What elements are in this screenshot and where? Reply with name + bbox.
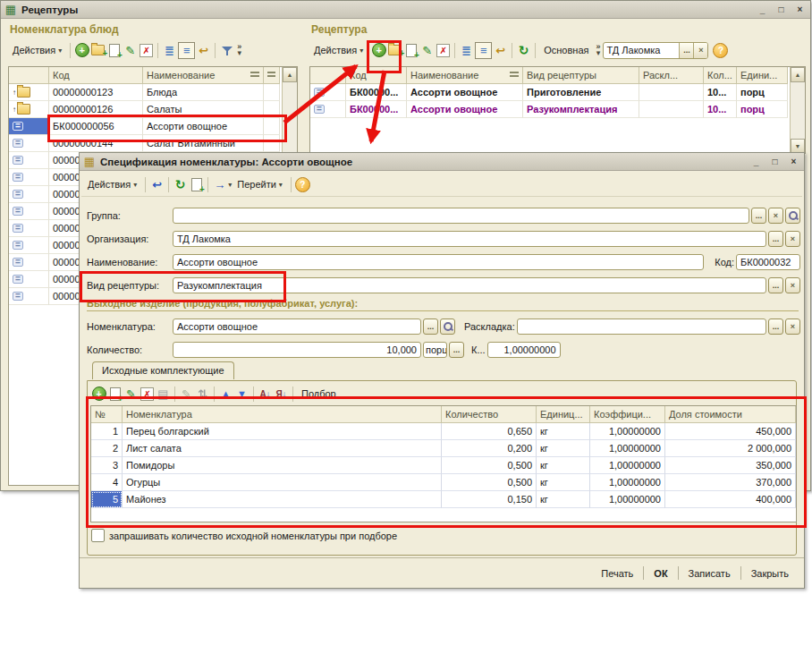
recipe-add-group-button[interactable]: + <box>387 43 402 58</box>
dishes-col-code[interactable]: Код <box>49 67 143 84</box>
cell-n[interactable]: 3 <box>91 457 123 474</box>
delete-button[interactable]: ✗ <box>139 43 154 58</box>
comp-col-qty[interactable]: Количество <box>442 406 537 423</box>
move-down-button[interactable]: ▼ <box>234 386 250 402</box>
minimize-button[interactable]: _ <box>756 4 769 15</box>
cell-qty[interactable]: 0,150 <box>442 491 537 508</box>
cell-qty[interactable]: 0,500 <box>442 457 537 474</box>
recipe-refresh-button[interactable]: ↻ <box>516 43 531 58</box>
recipe-list-view-button[interactable]: ≡ <box>475 42 492 59</box>
list-view-button[interactable]: ≡ <box>178 42 195 59</box>
nomenclature-select-button[interactable]: ... <box>423 319 438 335</box>
organization-select-button[interactable]: ... <box>768 231 783 247</box>
dialog-refresh-button[interactable]: ↻ <box>173 177 188 192</box>
maximize-button[interactable]: □ <box>774 4 788 15</box>
cancel-editing-button[interactable]: ✎ <box>179 386 194 402</box>
recipe-toolbar-overflow-button[interactable]: »▾ <box>594 44 602 56</box>
cell-name[interactable]: Ассорти овощное <box>407 101 523 118</box>
cell-coef[interactable]: 1,00000000 <box>590 474 665 491</box>
row-selector-cell[interactable]: = <box>9 135 49 152</box>
layout-field[interactable] <box>517 319 766 335</box>
unit-field[interactable]: порц <box>423 342 447 358</box>
filter-button[interactable] <box>219 43 234 58</box>
dialog-help-button[interactable]: ? <box>295 177 310 192</box>
cell-name[interactable]: Перец болгарский <box>123 423 442 440</box>
cell-name[interactable]: Ассорти овощное <box>143 118 264 135</box>
main-recipe-button[interactable]: Основная <box>539 39 593 61</box>
group-open-button[interactable] <box>785 208 800 224</box>
cell-code[interactable]: 00000000144 <box>49 135 143 152</box>
cell-n[interactable]: 5 <box>91 491 123 508</box>
cell-share[interactable]: 450,000 <box>665 423 796 440</box>
scroll-up-button[interactable]: ▲ <box>283 67 297 82</box>
cell-code[interactable]: БК00000... <box>346 84 407 101</box>
goto-button[interactable]: Перейти ▾ <box>233 174 287 195</box>
comp-col-coef[interactable]: Коэффици... <box>590 406 665 423</box>
table-row[interactable]: 2Лист салата0,200кг1,000000002 000,000 <box>91 440 796 457</box>
tree-view-button[interactable]: ≣ <box>162 43 177 58</box>
recipe-col-qty[interactable]: Кол... <box>704 67 737 84</box>
reread-button[interactable]: ↩ <box>149 177 165 192</box>
comp-col-name[interactable]: Номенклатура <box>123 406 442 423</box>
finish-editing-button[interactable]: ▤ <box>156 386 171 402</box>
recipes-titlebar[interactable]: ▦ Рецептуры _ □ × <box>1 1 810 19</box>
help-button[interactable]: ? <box>713 43 728 58</box>
cell-coef[interactable]: 1,00000000 <box>590 423 665 440</box>
row-selector-cell[interactable]: = <box>9 271 49 288</box>
recipe-type-clear-button[interactable]: × <box>785 277 800 293</box>
close-button[interactable]: × <box>787 156 800 167</box>
pick-button[interactable]: Подбор <box>297 383 341 404</box>
write-button[interactable]: Записать <box>681 565 739 582</box>
maximize-button[interactable]: □ <box>768 156 782 167</box>
cell-qty[interactable]: 10... <box>704 84 737 101</box>
cell-code[interactable]: БК00000... <box>346 101 407 118</box>
recipe-type-select-button[interactable]: ... <box>768 277 783 293</box>
recipe-tree-view-button[interactable]: ≣ <box>459 43 474 58</box>
cell-share[interactable]: 370,000 <box>665 474 796 491</box>
cell-name[interactable]: Помидоры <box>123 457 442 474</box>
cell-coef[interactable]: 1,00000000 <box>590 457 665 474</box>
clear-button[interactable]: × <box>693 43 707 58</box>
add-button[interactable]: + <box>74 43 89 58</box>
row-selector-cell[interactable]: ↑ <box>9 84 49 101</box>
comp-delete-button[interactable]: ✗ <box>140 386 155 402</box>
row-selector-cell[interactable]: = <box>9 169 49 186</box>
group-select-button[interactable]: ... <box>751 208 766 224</box>
cell-unit[interactable]: кг <box>537 440 590 457</box>
cell-qty[interactable]: 0,200 <box>442 440 537 457</box>
minimize-button[interactable]: _ <box>749 156 763 167</box>
recipe-undo-level-button[interactable]: ↩ <box>493 43 508 58</box>
tab-components[interactable]: Исходные комплектующие <box>92 361 234 379</box>
cell-unit[interactable]: кг <box>537 491 590 508</box>
cell-name[interactable]: Салаты <box>143 101 264 118</box>
dishes-col-selector[interactable] <box>9 67 49 84</box>
cell-coef[interactable]: 1,00000000 <box>590 491 665 508</box>
change-order-button[interactable]: ⇅ <box>195 386 210 402</box>
cell-name[interactable]: Лист салата <box>123 440 442 457</box>
recipe-add-button[interactable]: + <box>371 43 386 58</box>
cell-recipe-type[interactable]: Разукомплектация <box>523 101 639 118</box>
comp-copy-button[interactable]: + <box>107 386 123 402</box>
recipe-edit-button[interactable]: ✎ <box>419 43 435 58</box>
ok-button[interactable]: ОК <box>646 565 675 582</box>
table-row[interactable]: ↑00000000123Блюда <box>9 84 297 101</box>
recipe-actions-button[interactable]: Действия ▾ <box>309 39 368 61</box>
recipe-copy-button[interactable]: + <box>403 43 419 58</box>
sort-desc-button[interactable]: Я↓ <box>274 386 289 402</box>
group-field[interactable] <box>173 208 749 224</box>
recipe-col-layout[interactable]: Раскл... <box>639 67 704 84</box>
cell-qty[interactable]: 0,650 <box>442 423 537 440</box>
dishes-actions-button[interactable]: Действия ▾ <box>8 39 66 61</box>
sort-asc-button[interactable]: А↓ <box>258 386 273 402</box>
cell-n[interactable]: 2 <box>91 440 123 457</box>
nomenclature-field[interactable]: Ассорти овощное <box>173 319 421 335</box>
cell-n[interactable]: 4 <box>91 474 123 491</box>
coefficient-field[interactable]: 1,00000000 <box>487 342 561 358</box>
toolbar-overflow-button[interactable]: »▾ <box>235 44 243 56</box>
organization-field[interactable]: ТД Лакомка <box>173 231 766 247</box>
organization-filter-combo[interactable]: ТД Лакомка ... × <box>603 42 708 59</box>
cell-share[interactable]: 2 000,000 <box>665 440 796 457</box>
row-selector-cell[interactable]: = <box>9 203 49 220</box>
table-row[interactable]: =БК00000...Ассорти овощноеРазукомплектац… <box>310 101 805 118</box>
dishes-col-sort[interactable] <box>264 67 280 84</box>
